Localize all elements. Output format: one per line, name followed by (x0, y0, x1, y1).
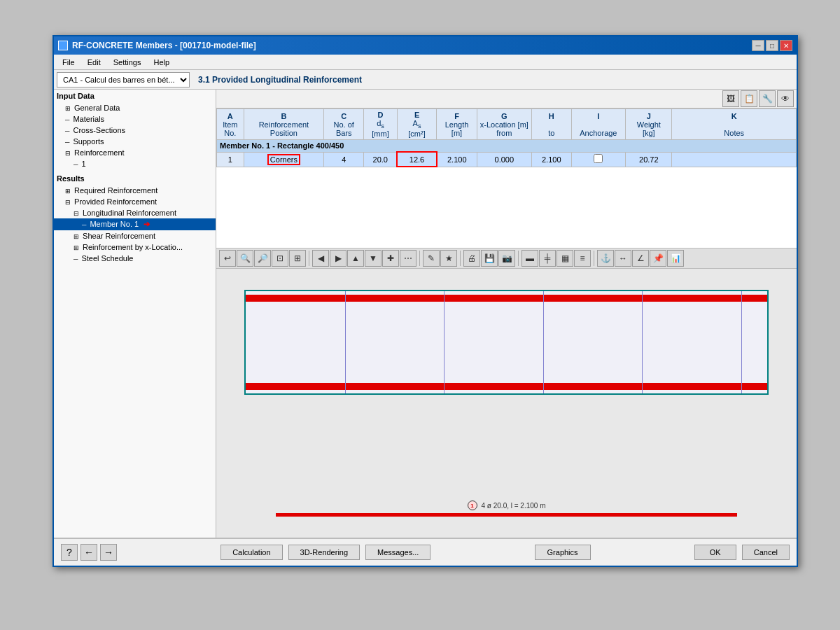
bar-chart-btn[interactable]: ▬ (522, 250, 538, 267)
pin-btn[interactable]: 📌 (650, 250, 666, 267)
expand-icon: ⊟ (65, 199, 71, 206)
app-icon (58, 41, 68, 50)
expand-icon: ─ (65, 139, 69, 146)
sidebar-item-materials[interactable]: ─ Materials (54, 113, 216, 125)
sidebar-item-steel-schedule[interactable]: ─ Steel Schedule (54, 253, 216, 264)
beam-diagram (244, 290, 769, 409)
expand-icon: ⊞ (65, 188, 71, 195)
star-btn[interactable]: ★ (440, 250, 457, 267)
edit-btn[interactable]: ✎ (423, 250, 440, 267)
copy-icon-btn[interactable]: 📋 (741, 90, 757, 107)
member-group-row: Member No. 1 - Rectangle 400/450 (217, 140, 797, 153)
window-controls: ─ □ ✕ (752, 40, 792, 51)
expand-icon: ─ (65, 127, 69, 134)
expand-icon: ⊞ (65, 105, 71, 112)
sidebar-results-header: Results (54, 172, 216, 185)
cell-ds: 20.0 (364, 152, 398, 167)
toolbar-separator-1 (309, 251, 309, 266)
sidebar-item-reinforcement[interactable]: ⊟ Reinforcement (54, 147, 216, 158)
zoom-in-btn[interactable]: 🔍 (237, 250, 253, 267)
anchor-btn[interactable]: ⚓ (597, 250, 614, 267)
add-btn[interactable]: ✚ (382, 250, 399, 267)
zoom-out-btn[interactable]: 🔎 (254, 250, 271, 267)
menu-file[interactable]: File (57, 57, 80, 68)
messages-button[interactable]: Messages... (365, 545, 430, 560)
sidebar-item-required-reinforcement[interactable]: ⊞ Required Reinforcement (54, 185, 216, 196)
dim-btn[interactable]: ↔ (615, 250, 631, 267)
legend-label: 1 4 ø 20.0, l = 2.100 m (468, 500, 546, 510)
sidebar-item-cross-sections[interactable]: ─ Cross-Sections (54, 125, 216, 136)
help-button[interactable]: ? (61, 544, 78, 561)
table-section: AItemNo. BReinforcementPosition CNo. ofB… (216, 108, 797, 248)
bottom-center-actions: Calculation 3D-Rendering Messages... (220, 545, 430, 560)
col-header-k: KNotes (672, 109, 797, 140)
grid-btn[interactable]: ▦ (556, 250, 573, 267)
line-chart-btn[interactable]: ╪ (539, 250, 556, 267)
divider-4 (642, 291, 643, 393)
bottom-bar: ? ← → Calculation 3D-Rendering Messages.… (54, 538, 797, 566)
sidebar-item-reinforcement-1[interactable]: ─ 1 (54, 158, 216, 169)
col-header-d: Dds[mm] (364, 109, 398, 140)
zoom-fit-btn[interactable]: ⊞ (289, 250, 306, 267)
menu-bar: File Edit Settings Help (54, 55, 797, 70)
settings-icon-btn[interactable]: 🔧 (759, 90, 776, 107)
zoom-all-btn[interactable]: ⊡ (272, 250, 288, 267)
view-icon-btn[interactable]: 👁 (777, 90, 794, 107)
sidebar-item-reinforcement-by-x[interactable]: ⊞ Reinforcement by x-Locatio... (54, 241, 216, 253)
expand-icon: ⊞ (74, 244, 79, 251)
sidebar-item-member-no-1[interactable]: ─ Member No. 1 ➔ (54, 218, 216, 230)
divider-3 (543, 291, 544, 393)
export-btn[interactable]: 💾 (481, 250, 498, 267)
cell-x-from: 0.000 (477, 152, 531, 167)
screenshot-btn[interactable]: 📷 (498, 250, 515, 267)
expand-icon: ⊞ (74, 233, 79, 240)
case-dropdown[interactable]: CA1 - Calcul des barres en bét... (57, 72, 190, 88)
table-row[interactable]: 1 Corners 4 20.0 12.6 2.100 0.000 2.100 (217, 152, 797, 167)
sidebar-input-header: Input Data (54, 90, 216, 102)
anchorage-checkbox[interactable] (594, 154, 603, 163)
top-rebar (246, 295, 767, 302)
cell-length: 2.100 (437, 152, 477, 167)
minimize-button[interactable]: ─ (752, 40, 764, 51)
expand-icon: ⊟ (74, 210, 79, 217)
cell-anchorage (571, 152, 626, 167)
export-icon-btn[interactable]: 🖼 (722, 90, 739, 107)
graphics-button[interactable]: Graphics (535, 545, 591, 560)
close-button[interactable]: ✕ (780, 40, 792, 51)
columns-btn[interactable]: ≡ (574, 250, 591, 267)
cell-x-to: 2.100 (531, 152, 571, 167)
undo-btn[interactable]: ↩ (219, 250, 236, 267)
angle-btn[interactable]: ∠ (632, 250, 649, 267)
back-button[interactable]: ← (80, 544, 97, 561)
expand-icon: ─ (82, 221, 86, 228)
table-controls-row: 🖼 📋 🔧 👁 (216, 90, 797, 108)
graph-btn[interactable]: 📊 (667, 250, 684, 267)
more-btn[interactable]: ⋯ (400, 250, 416, 267)
pan-right-btn[interactable]: ▶ (330, 250, 346, 267)
sidebar-item-general-data[interactable]: ⊞ General Data (54, 102, 216, 113)
content-area: 🖼 📋 🔧 👁 AItemNo. BReinforcementPosition … (216, 90, 797, 566)
calculation-button[interactable]: Calculation (220, 545, 282, 560)
sidebar-item-provided-reinforcement[interactable]: ⊟ Provided Reinforcement (54, 196, 216, 207)
menu-settings[interactable]: Settings (108, 57, 147, 68)
cancel-button[interactable]: Cancel (742, 545, 790, 560)
pan-down-btn[interactable]: ▼ (365, 250, 382, 267)
pan-up-btn[interactable]: ▲ (347, 250, 364, 267)
menu-edit[interactable]: Edit (82, 57, 106, 68)
beam-outer (244, 290, 769, 395)
pan-left-btn[interactable]: ◀ (312, 250, 329, 267)
sidebar-item-longitudinal-reinforcement[interactable]: ⊟ Longitudinal Reinforcement (54, 207, 216, 218)
sidebar-item-shear-reinforcement[interactable]: ⊞ Shear Reinforcement (54, 230, 216, 241)
expand-icon: ─ (74, 161, 78, 168)
maximize-button[interactable]: □ (766, 40, 778, 51)
main-window: RF-CONCRETE Members - [001710-model-file… (52, 35, 798, 567)
member-label: Member No. 1 - Rectangle 400/450 (217, 140, 797, 153)
rendering-button[interactable]: 3D-Rendering (288, 545, 360, 560)
ok-button[interactable]: OK (694, 545, 736, 560)
expand-icon: ─ (65, 116, 69, 123)
legend-circle: 1 (468, 500, 477, 510)
print-btn[interactable]: 🖨 (463, 250, 480, 267)
sidebar-item-supports[interactable]: ─ Supports (54, 136, 216, 147)
menu-help[interactable]: Help (148, 57, 175, 68)
forward-button[interactable]: → (100, 544, 117, 561)
